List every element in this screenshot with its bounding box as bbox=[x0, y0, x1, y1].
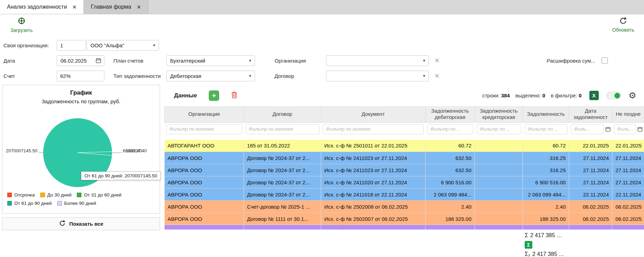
organization-clear-icon[interactable]: × bbox=[435, 56, 439, 65]
organization-select[interactable]: ▾ bbox=[326, 55, 429, 66]
table-row[interactable]: АВТОГАРАНТ ООО185 от 31.05.2022Исх. с-ф … bbox=[165, 140, 644, 152]
cell[interactable]: 27.11.2024 bbox=[569, 176, 612, 188]
filter-input[interactable] bbox=[246, 124, 319, 134]
add-row-button[interactable]: + bbox=[209, 90, 219, 101]
cell[interactable]: 316.25 bbox=[523, 152, 569, 164]
cell[interactable]: АВРОРА ООО bbox=[165, 188, 244, 201]
cell[interactable]: 22.11.2024 bbox=[612, 188, 644, 201]
cell[interactable] bbox=[475, 201, 523, 213]
account-input[interactable] bbox=[57, 71, 104, 81]
column-header[interactable]: Задолженность bbox=[523, 106, 569, 122]
settings-button[interactable]: ⚙ bbox=[629, 91, 636, 100]
load-button[interactable]: Загрузить bbox=[10, 16, 33, 33]
cell[interactable]: 27.11.2024 bbox=[569, 152, 612, 164]
column-header[interactable]: Договор bbox=[244, 106, 321, 122]
filter-input[interactable] bbox=[166, 124, 242, 134]
cell[interactable]: 06.02.2025 bbox=[569, 201, 612, 213]
table-row[interactable]: АВРОРА ОООДоговор № 2024-37 от 2...Исх. … bbox=[165, 176, 644, 188]
cell[interactable]: Исх. с-ф № 2411020 от 27.11.2024 bbox=[321, 176, 426, 188]
legend-item[interactable]: От 61 до 90 дней bbox=[7, 201, 52, 206]
cell[interactable]: 6 900 516.00 bbox=[426, 176, 475, 188]
filter-toggle[interactable] bbox=[606, 92, 621, 99]
filter-input[interactable] bbox=[614, 124, 636, 134]
date-field[interactable] bbox=[57, 55, 104, 66]
cell[interactable]: 243 000.00 bbox=[426, 225, 475, 230]
filter-input[interactable] bbox=[323, 124, 424, 134]
cell[interactable]: АВРОРА ООО bbox=[165, 152, 244, 164]
cell[interactable]: 22.01.2025 bbox=[612, 140, 644, 152]
column-header[interactable]: Задолженность кредиторская bbox=[475, 106, 523, 122]
cell[interactable]: АВРОРА ООО bbox=[165, 201, 244, 213]
cell[interactable]: 188 325.00 bbox=[426, 213, 475, 225]
cell[interactable]: АВТОГАРАНТ ООО bbox=[165, 140, 244, 152]
cell[interactable]: Договор № 2024-37 от 2... bbox=[244, 188, 321, 201]
table-row[interactable]: АВРОРА ОООДоговор № 2024-37 от 2...Исх. … bbox=[165, 152, 644, 164]
filter-input[interactable] bbox=[525, 124, 567, 134]
table-row[interactable]: АВРОРА ОООСчет-договор № 2025-1 ...Исх. … bbox=[165, 201, 644, 213]
cell[interactable]: Исх. с-ф № 617 от 16.08.2024 bbox=[321, 225, 426, 230]
cell[interactable]: 632.50 bbox=[426, 164, 475, 176]
contract-select[interactable]: ▾ bbox=[326, 71, 429, 81]
cell[interactable]: 06.02.2025 bbox=[612, 213, 644, 225]
filter-input[interactable] bbox=[571, 124, 604, 134]
show-all-button[interactable]: Показать все bbox=[2, 217, 160, 230]
cell[interactable]: 16.08.2024 bbox=[569, 225, 612, 230]
cell[interactable]: 188 325.00 bbox=[523, 213, 569, 225]
cell[interactable]: 243 000.00 bbox=[523, 225, 569, 230]
date-input[interactable] bbox=[60, 57, 94, 64]
calendar-icon[interactable] bbox=[96, 58, 101, 63]
filter-input[interactable] bbox=[427, 124, 473, 134]
excel-export-button[interactable]: X bbox=[589, 91, 599, 100]
cell[interactable]: 632.50 bbox=[426, 152, 475, 164]
cell[interactable] bbox=[475, 188, 523, 201]
cell[interactable]: 2 063 099 484... bbox=[426, 188, 475, 201]
close-icon[interactable]: × bbox=[72, 3, 77, 10]
tab-debt-analysis[interactable]: Анализ задолженности × bbox=[0, 0, 84, 14]
cell[interactable]: 27.11.2024 bbox=[612, 164, 644, 176]
refresh-button[interactable]: Обновить bbox=[612, 17, 634, 33]
cell[interactable]: Исх. с-ф № 2502007 от 06.02.2025 bbox=[321, 213, 426, 225]
column-header[interactable]: Не поздне bbox=[612, 106, 644, 122]
cell[interactable]: 14.10.2024 bbox=[612, 225, 644, 230]
table-row[interactable]: АВРОРА ОООДоговор № 2024-37 от 2...Исх. … bbox=[165, 188, 644, 201]
cell[interactable]: АВРОРА ООО bbox=[165, 176, 244, 188]
cell[interactable]: 27.11.2024 bbox=[569, 164, 612, 176]
column-header[interactable]: Дата задолженност bbox=[569, 106, 612, 122]
cell[interactable] bbox=[475, 140, 523, 152]
own-org-select[interactable]: ООО "Альфа" ▾ bbox=[87, 40, 159, 51]
cell[interactable]: 316.25 bbox=[523, 164, 569, 176]
cell[interactable]: АВРОРА ООО bbox=[165, 213, 244, 225]
cell[interactable]: 22.01.2025 bbox=[569, 140, 612, 152]
tab-main-form[interactable]: Главная форма × bbox=[84, 0, 148, 14]
cell[interactable]: 2 063 099 484... bbox=[523, 188, 569, 201]
decode-sum-checkbox[interactable] bbox=[602, 57, 608, 64]
cell[interactable]: Исх. с-ф № 2411023 от 27.11.2024 bbox=[321, 164, 426, 176]
cell[interactable]: Исх. с-ф № 2411023 от 27.11.2024 bbox=[321, 152, 426, 164]
legend-item[interactable]: Более 90 дней bbox=[57, 201, 96, 206]
debt-type-select[interactable]: Дебиторская ▾ bbox=[166, 71, 255, 81]
sigma-button[interactable]: Σ bbox=[525, 241, 532, 249]
cell[interactable]: 60.72 bbox=[426, 140, 475, 152]
column-header[interactable]: Организация bbox=[165, 106, 244, 122]
delete-row-button[interactable] bbox=[231, 91, 238, 100]
cell[interactable] bbox=[475, 176, 523, 188]
cell[interactable]: Исх. с-ф № 2501011 от 22.01.2025 bbox=[321, 140, 426, 152]
cell[interactable]: Исх. с-ф № 2411018 от 22.11.2024 bbox=[321, 188, 426, 201]
cell[interactable]: Договор № 2024-37 от 2... bbox=[244, 152, 321, 164]
cell[interactable]: 185 от 31.05.2022 bbox=[244, 140, 321, 152]
cell[interactable]: 22.11.2024 bbox=[569, 188, 612, 201]
own-org-code-input[interactable] bbox=[57, 40, 86, 51]
cell[interactable]: 06.02.2025 bbox=[569, 213, 612, 225]
calendar-icon[interactable] bbox=[605, 127, 611, 132]
cell[interactable]: Договор № 1111 от 30.1... bbox=[244, 213, 321, 225]
table-row[interactable]: ВИТНЕГМАН ОООД-63 от 30.01.2023Исх. с-ф … bbox=[165, 225, 644, 230]
legend-item[interactable]: До 30 дней bbox=[40, 192, 72, 198]
cell[interactable] bbox=[475, 164, 523, 176]
cell[interactable]: АВРОРА ООО bbox=[165, 164, 244, 176]
filter-input[interactable] bbox=[477, 124, 521, 134]
chart-of-accounts-select[interactable]: Бухгалтерский ▾ bbox=[166, 55, 255, 66]
cell[interactable]: 27.11.2024 bbox=[612, 152, 644, 164]
close-icon[interactable]: × bbox=[137, 3, 141, 10]
cell[interactable]: 27.11.2024 bbox=[612, 176, 644, 188]
column-header[interactable]: Документ bbox=[321, 106, 426, 122]
